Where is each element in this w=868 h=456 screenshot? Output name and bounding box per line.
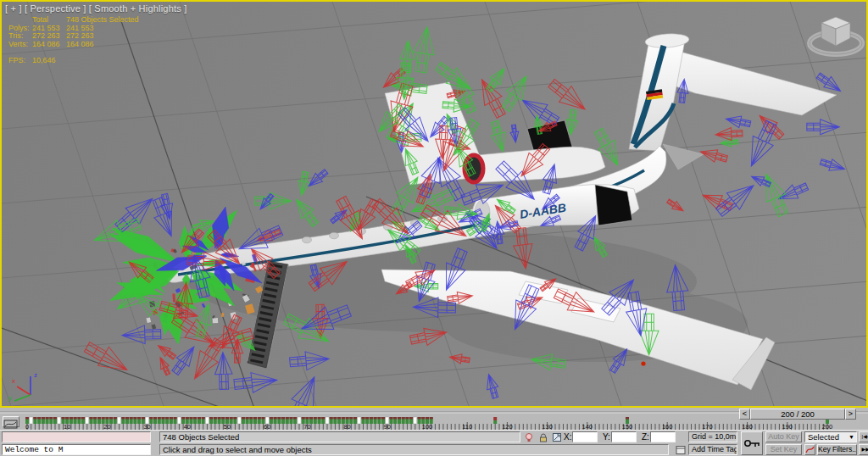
z-coord-label: Z:	[642, 431, 649, 442]
helper-gizmo[interactable]	[665, 197, 685, 214]
lightbulb-icon[interactable]	[524, 432, 534, 444]
beacon-light	[641, 361, 645, 365]
helper-gizmo[interactable]	[112, 191, 159, 236]
helper-gizmo[interactable]	[498, 71, 534, 114]
svg-text:30: 30	[143, 423, 150, 430]
svg-text:150: 150	[622, 423, 633, 430]
set-keys-button[interactable]	[741, 431, 763, 455]
auto-key-button[interactable]: Auto Key	[765, 431, 802, 442]
svg-text:90: 90	[384, 423, 391, 430]
helper-gizmo[interactable]	[291, 195, 321, 229]
axis-y-label: y	[8, 394, 12, 402]
helper-gizmo[interactable]	[725, 114, 751, 131]
svg-text:140: 140	[582, 423, 593, 430]
viewport-statistics: Total748 Objects Selected Polys:241 5532…	[8, 16, 159, 65]
time-slider-prev-button[interactable]: <	[739, 409, 750, 420]
time-tag-icon[interactable]	[676, 445, 686, 456]
helper-gizmo[interactable]	[509, 125, 520, 143]
time-slider[interactable]: < 200 / 200 >	[739, 409, 856, 420]
svg-text:10: 10	[64, 423, 70, 430]
3dsmax-window: D-AABB [ + ] [ Perspective ] [ Smooth + …	[0, 0, 868, 456]
viewport-label[interactable]: [ + ] [ Perspective ] [ Smooth + Highlig…	[5, 3, 186, 14]
set-key-button[interactable]: Set Key	[765, 444, 802, 455]
open-mini-curve-editor-button[interactable]	[3, 416, 19, 427]
helper-gizmo[interactable]	[410, 25, 438, 74]
fps-value: 10,646	[32, 57, 66, 65]
prompt-line: Click and drag to select and move object…	[159, 444, 669, 455]
add-time-tag[interactable]: Add Time Tag	[688, 444, 737, 455]
helper-gizmo[interactable]	[289, 350, 330, 372]
axis-tripod: z x y	[7, 366, 47, 405]
selection-lock-icon[interactable]	[538, 432, 548, 444]
helper-gizmo[interactable]	[156, 355, 172, 375]
svg-text:70: 70	[303, 423, 310, 430]
absolute-offset-mode-toggle-icon[interactable]	[552, 432, 562, 444]
axis-x-label: x	[12, 377, 15, 385]
svg-text:40: 40	[184, 423, 191, 430]
helper-gizmo[interactable]	[484, 65, 509, 94]
selection-set-dropdown[interactable]: Selected ▼	[804, 431, 857, 442]
helper-gizmo[interactable]	[283, 372, 325, 406]
helper-gizmo[interactable]	[214, 353, 233, 390]
svg-text:120: 120	[502, 423, 513, 430]
svg-text:100: 100	[422, 423, 433, 430]
go-to-end-button[interactable]: ▶▶|	[859, 444, 868, 455]
status-bar: Welcome to M 748 Objects Selected Click …	[0, 430, 868, 456]
y-coord-field[interactable]	[611, 431, 637, 442]
svg-text:130: 130	[542, 423, 553, 430]
viewcube-cube[interactable]	[821, 17, 850, 46]
helper-gizmo[interactable]	[329, 207, 349, 225]
z-coord-field[interactable]	[650, 431, 676, 442]
helper-gizmo[interactable]	[305, 167, 330, 190]
svg-text:50: 50	[224, 423, 231, 430]
grid-size-readout: Grid = 10,0m	[688, 431, 737, 442]
y-coord-label: Y:	[603, 431, 610, 442]
svg-text:60: 60	[264, 423, 270, 430]
svg-text:0: 0	[25, 423, 29, 430]
time-slider-next-button[interactable]: >	[845, 409, 856, 420]
helper-gizmo[interactable]	[148, 196, 180, 240]
maxscript-mini-listener[interactable]: Welcome to M	[2, 444, 151, 455]
svg-text:170: 170	[702, 423, 713, 430]
track-bar[interactable]: 0102030405060708090100110120130140150160…	[0, 408, 868, 430]
x-coord-label: X:	[564, 431, 571, 442]
helper-gizmo[interactable]	[155, 342, 177, 361]
helper-gizmo[interactable]	[715, 127, 743, 142]
svg-text:190: 190	[782, 423, 793, 430]
viewcube[interactable]	[802, 5, 868, 61]
helper-gizmo[interactable]	[487, 120, 509, 153]
svg-text:80: 80	[343, 423, 350, 430]
svg-text:160: 160	[662, 423, 673, 430]
helper-gizmo[interactable]	[713, 177, 760, 220]
helper-gizmo[interactable]	[545, 75, 591, 118]
axis-z-label: z	[34, 371, 37, 379]
maxscript-mini-listener-macro[interactable]	[2, 431, 151, 442]
helper-gizmo[interactable]	[819, 156, 846, 175]
svg-text:110: 110	[462, 423, 472, 430]
helper-gizmo[interactable]	[699, 146, 729, 165]
svg-text:20: 20	[103, 423, 110, 430]
selection-status-field: 748 Objects Selected	[159, 431, 520, 442]
key-filters-button[interactable]: Key Filters...	[817, 444, 857, 455]
helper-gizmo[interactable]	[255, 192, 292, 209]
helper-gizmo[interactable]	[448, 353, 470, 365]
track-bar-ruler[interactable]: 0102030405060708090100110120130140150160…	[0, 408, 868, 430]
helper-gizmo[interactable]	[257, 192, 275, 212]
helper-gizmo[interactable]	[296, 171, 311, 197]
fps-label: FPS:	[8, 57, 32, 65]
chevron-down-icon: ▼	[849, 432, 854, 442]
x-coord-field[interactable]	[572, 431, 598, 442]
time-slider-value[interactable]: 200 / 200	[750, 409, 845, 420]
helper-gizmo[interactable]	[483, 373, 501, 400]
go-to-start-button[interactable]: |◀◀	[859, 431, 868, 442]
helper-gizmo[interactable]	[233, 370, 278, 394]
svg-text:180: 180	[742, 423, 753, 430]
key-tangent-icon[interactable]	[804, 444, 815, 455]
perspective-viewport[interactable]: D-AABB [ + ] [ Perspective ] [ Smooth + …	[0, 0, 868, 408]
helper-gizmo[interactable]	[169, 342, 200, 377]
svg-text:200: 200	[822, 423, 833, 430]
